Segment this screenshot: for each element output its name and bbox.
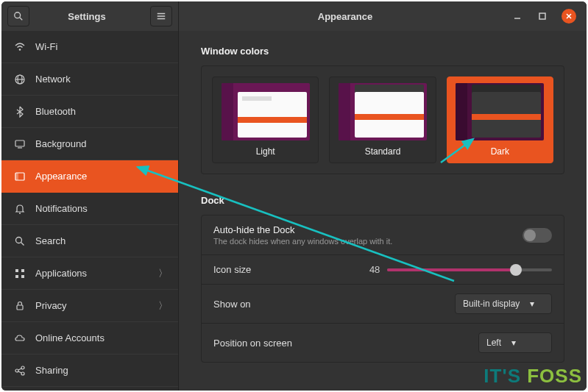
hamburger-button[interactable] xyxy=(150,6,172,26)
showon-dropdown[interactable]: Built-in display ▾ xyxy=(455,293,552,314)
iconsize-value: 48 xyxy=(350,264,380,275)
sidebar: Wi-Fi Network Bluetooth Background Appea… xyxy=(1,31,179,391)
theme-selector: Light Standard Dark xyxy=(201,65,564,174)
content-area: Window colors Light Standard Dark Dock xyxy=(179,31,587,391)
svg-rect-23 xyxy=(21,275,24,278)
share-icon xyxy=(12,365,28,377)
svg-rect-21 xyxy=(21,269,24,272)
svg-rect-22 xyxy=(15,275,18,278)
theme-thumb-standard xyxy=(339,83,427,140)
lock-icon xyxy=(12,300,28,312)
window-body: Wi-Fi Network Bluetooth Background Appea… xyxy=(1,31,587,391)
svg-line-28 xyxy=(18,368,21,370)
watermark: IT'S FOSS xyxy=(483,365,582,388)
showon-value: Built-in display xyxy=(463,299,520,309)
svg-rect-16 xyxy=(15,173,18,180)
titlebar-left: Settings xyxy=(1,1,179,31)
sidebar-item-label: Search xyxy=(35,235,168,246)
theme-thumb-light xyxy=(222,83,310,140)
autohide-switch[interactable] xyxy=(523,228,552,243)
svg-line-29 xyxy=(18,371,21,373)
autohide-label-group: Auto-hide the Dock The dock hides when a… xyxy=(213,224,523,246)
autohide-label: Auto-hide the Dock xyxy=(213,224,523,235)
dock-row-autohide: Auto-hide the Dock The dock hides when a… xyxy=(202,215,564,255)
sidebar-item-applications[interactable]: Applications 〉 xyxy=(1,257,178,290)
position-label: Position on screen xyxy=(213,338,478,349)
apps-icon xyxy=(12,268,28,279)
showon-label: Show on xyxy=(213,299,455,310)
sidebar-item-search[interactable]: Search xyxy=(1,225,178,257)
maximize-button[interactable] xyxy=(536,10,548,22)
iconsize-slider[interactable] xyxy=(387,268,552,271)
sidebar-item-notifications[interactable]: Notifications xyxy=(1,193,178,225)
theme-light[interactable]: Light xyxy=(212,76,319,163)
svg-line-1 xyxy=(20,18,23,21)
sidebar-item-sharing[interactable]: Sharing xyxy=(1,354,178,387)
position-value: Left xyxy=(486,338,501,348)
cloud-icon xyxy=(12,332,28,344)
svg-point-27 xyxy=(21,372,24,375)
chevron-right-icon: 〉 xyxy=(158,299,168,313)
chevron-right-icon: 〉 xyxy=(158,267,168,280)
svg-line-19 xyxy=(21,242,24,245)
watermark-its: IT'S xyxy=(483,365,527,387)
sidebar-item-label: Bluetooth xyxy=(35,106,168,117)
theme-label: Dark xyxy=(491,146,509,157)
minimize-button[interactable] xyxy=(511,10,523,22)
sidebar-item-network[interactable]: Network xyxy=(1,63,178,96)
sidebar-item-wifi[interactable]: Wi-Fi xyxy=(1,31,178,63)
theme-dark[interactable]: Dark xyxy=(447,76,553,163)
sidebar-item-label: Background xyxy=(35,138,168,149)
display-icon xyxy=(12,138,28,150)
iconsize-label: Icon size xyxy=(213,264,350,275)
appearance-icon xyxy=(12,171,28,182)
titlebar-right: Appearance xyxy=(179,1,587,31)
slider-fill xyxy=(387,268,515,271)
svg-rect-24 xyxy=(17,305,23,310)
sidebar-item-background[interactable]: Background xyxy=(1,128,178,160)
svg-point-25 xyxy=(21,366,24,369)
settings-window: Settings Appearance Wi-Fi Network xyxy=(1,1,587,391)
wifi-icon xyxy=(12,41,28,53)
svg-point-18 xyxy=(16,237,22,243)
close-icon xyxy=(565,13,573,20)
network-icon xyxy=(12,74,28,85)
sidebar-item-appearance[interactable]: Appearance xyxy=(1,160,178,193)
theme-standard[interactable]: Standard xyxy=(329,76,436,163)
sidebar-item-sound[interactable]: Sound xyxy=(1,387,178,391)
watermark-foss: FOSS xyxy=(527,365,582,387)
hamburger-icon xyxy=(156,11,166,21)
dock-row-position: Position on screen Left ▾ xyxy=(202,324,564,362)
sidebar-item-label: Appearance xyxy=(35,171,168,182)
titlebar: Settings Appearance xyxy=(1,1,587,31)
slider-handle[interactable] xyxy=(510,264,522,276)
minimize-icon xyxy=(514,13,521,20)
sidebar-item-label: Applications xyxy=(35,268,158,279)
search-icon xyxy=(13,11,24,21)
section-title-window-colors: Window colors xyxy=(201,46,564,57)
search-icon xyxy=(12,235,28,247)
sidebar-title: Settings xyxy=(29,11,144,22)
svg-point-0 xyxy=(15,13,21,18)
chevron-down-icon: ▾ xyxy=(530,299,534,309)
dock-settings: Auto-hide the Dock The dock hides when a… xyxy=(201,215,564,363)
sidebar-item-privacy[interactable]: Privacy 〉 xyxy=(1,290,178,322)
sidebar-item-bluetooth[interactable]: Bluetooth xyxy=(1,96,178,128)
autohide-subtext: The dock hides when any windows overlap … xyxy=(213,237,523,246)
theme-label: Light xyxy=(256,146,275,157)
svg-point-9 xyxy=(19,49,21,51)
theme-label: Standard xyxy=(365,146,401,157)
position-dropdown[interactable]: Left ▾ xyxy=(478,332,552,353)
dock-row-showon: Show on Built-in display ▾ xyxy=(202,285,564,324)
chevron-down-icon: ▾ xyxy=(511,338,516,348)
svg-point-26 xyxy=(15,369,18,372)
search-button[interactable] xyxy=(7,6,29,26)
window-controls xyxy=(511,9,576,24)
svg-rect-20 xyxy=(15,269,18,272)
sidebar-item-label: Network xyxy=(35,74,168,85)
sidebar-item-online-accounts[interactable]: Online Accounts xyxy=(1,322,178,354)
page-title: Appearance xyxy=(179,11,511,22)
theme-thumb-dark xyxy=(456,83,544,140)
close-button[interactable] xyxy=(562,9,576,24)
dock-row-iconsize: Icon size 48 xyxy=(202,255,564,285)
